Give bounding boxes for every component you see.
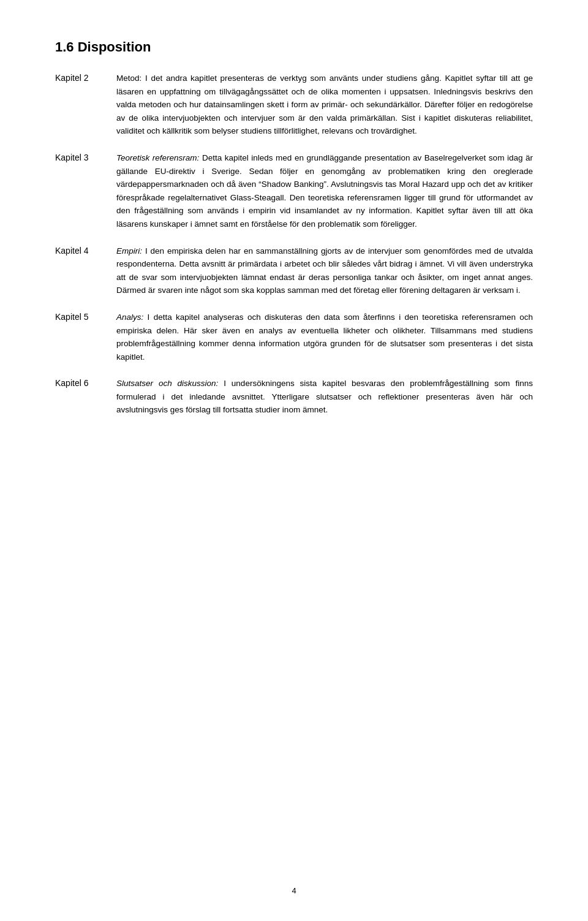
section-title: 1.6 Disposition	[55, 37, 533, 57]
chapter-block: Kapitel 3Teoretisk referensram: Detta ka…	[55, 151, 533, 231]
chapter-text: Slutsatser och diskussion: I undersöknin…	[116, 377, 533, 417]
chapter-label: Kapitel 4	[55, 244, 116, 257]
chapter-text: Empiri: I den empiriska delen har en sam…	[116, 244, 533, 297]
page: 1.6 Disposition Kapitel 2Metod: I det an…	[0, 0, 588, 921]
page-number: 4	[0, 885, 588, 897]
chapter-label: Kapitel 6	[55, 377, 116, 390]
chapter-label: Kapitel 5	[55, 311, 116, 324]
chapter-text: Analys: I detta kapitel analyseras och d…	[116, 311, 533, 363]
chapter-label: Kapitel 2	[55, 72, 116, 85]
chapter-block: Kapitel 6Slutsatser och diskussion: I un…	[55, 377, 533, 417]
chapter-block: Kapitel 5Analys: I detta kapitel analyse…	[55, 311, 533, 363]
chapter-text: Teoretisk referensram: Detta kapitel inl…	[116, 151, 533, 231]
chapter-text: Metod: I det andra kapitlet presenteras …	[116, 72, 533, 138]
chapter-block: Kapitel 4Empiri: I den empiriska delen h…	[55, 244, 533, 297]
chapter-label: Kapitel 3	[55, 151, 116, 164]
chapter-block: Kapitel 2Metod: I det andra kapitlet pre…	[55, 72, 533, 138]
